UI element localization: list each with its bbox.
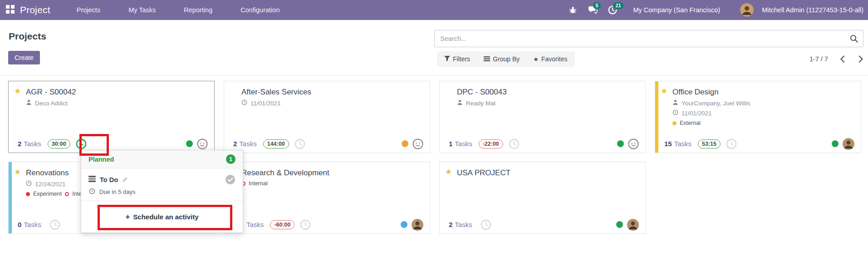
edit-pencil-icon[interactable] (122, 177, 128, 183)
search-icon[interactable] (845, 30, 863, 47)
activity-popup: Planned 1 To Do Due in 5 days + Schedule… (81, 150, 243, 233)
messages-icon[interactable]: 5 (587, 4, 598, 16)
project-title: DPC - S00043 (457, 87, 639, 97)
tasks-count: 1 (449, 140, 452, 148)
member-smiley-avatar[interactable] (628, 138, 639, 149)
menu-projects[interactable]: Projects (77, 6, 100, 14)
pager: 1-7 / 7 (809, 51, 863, 67)
partner-icon (672, 99, 678, 107)
project-card-office-design[interactable]: ★ Office Design YourCompany, Joel Willis… (655, 81, 861, 153)
project-date: 11/01/2021 (250, 99, 281, 107)
user-menu[interactable]: Mitchell Admin (11227453-15-0-all) (762, 6, 863, 14)
control-panel: Projects Create Filters Group By ★ Favor… (0, 20, 868, 76)
activity-clock-icon[interactable] (76, 138, 87, 149)
group-by-bars-icon (484, 55, 490, 63)
activity-clock-icon[interactable] (509, 138, 520, 149)
hours-badge: -22:00 (479, 139, 503, 148)
tasks-label[interactable]: Tasks (24, 140, 41, 148)
project-card-research-development[interactable]: Research & Development Internal Tasks -6… (224, 162, 430, 234)
member-smiley-avatar[interactable] (197, 138, 208, 149)
partner-icon (26, 99, 32, 107)
schedule-activity-button[interactable]: + Schedule an activity (125, 213, 198, 221)
tasks-label[interactable]: Tasks (455, 221, 472, 228)
favorites-button[interactable]: ★ Favorites (533, 55, 567, 63)
project-title: USA PROJECT (457, 168, 639, 178)
create-button[interactable]: Create (8, 51, 40, 64)
activity-clock-icon[interactable] (300, 219, 311, 230)
activities-clock-icon[interactable]: 21 (607, 4, 618, 16)
tasks-label[interactable]: Tasks (455, 140, 472, 148)
tag-ring-red (65, 192, 69, 196)
tag-label: Experiment (33, 191, 62, 197)
topbar-right: 5 21 My Company (San Francisco) Mitchell… (567, 0, 863, 20)
member-smiley-avatar[interactable] (412, 138, 423, 149)
project-card-after-sales[interactable]: After-Sales Services 11/01/2021 2 Tasks … (224, 81, 430, 153)
user-avatar[interactable] (740, 3, 754, 17)
search-box (434, 30, 863, 47)
favorite-star-icon[interactable]: ★ (14, 167, 21, 177)
status-dot-green[interactable] (832, 140, 839, 147)
tag-label: External (680, 120, 701, 126)
member-photo-avatar[interactable] (843, 138, 854, 150)
project-title: AGR - S00042 (26, 87, 208, 97)
status-dot-green[interactable] (186, 140, 193, 147)
menu-configuration[interactable]: Configuration (240, 6, 280, 14)
apps-grid-icon (6, 5, 15, 15)
status-dot-orange[interactable] (402, 140, 408, 147)
tasks-label[interactable]: Tasks (246, 221, 264, 228)
activity-clock-icon[interactable] (294, 138, 305, 149)
status-dot-green[interactable] (617, 140, 624, 147)
debug-bug-icon[interactable] (567, 4, 579, 16)
favorite-star-icon[interactable]: ★ (445, 167, 452, 177)
messages-count-badge: 5 (593, 2, 600, 9)
plus-icon: + (125, 213, 130, 220)
menu-my-tasks[interactable]: My Tasks (128, 6, 156, 14)
favorite-star-icon[interactable]: ★ (661, 86, 667, 96)
member-photo-avatar[interactable] (627, 219, 639, 231)
tasks-count: 15 (664, 140, 672, 148)
tasks-label[interactable]: Tasks (674, 140, 691, 148)
member-photo-avatar[interactable] (412, 219, 423, 231)
due-text: Due in 5 days (99, 188, 136, 195)
due-clock-icon (89, 188, 95, 196)
tasks-count: 2 (18, 140, 21, 148)
partner-icon (457, 99, 463, 107)
project-date: 12/24/2021 (35, 180, 66, 188)
activity-clock-icon[interactable] (726, 138, 737, 149)
filter-funnel-icon (444, 55, 450, 63)
date-clock-icon (241, 99, 247, 107)
partner-name: Ready Mat (466, 99, 495, 107)
project-card-usa-project[interactable]: ★ USA PROJECT 2 Tasks (439, 162, 646, 234)
project-card-agr-s00042[interactable]: ★ AGR - S00042 Deco Addict 2 Tasks 30:00 (8, 81, 215, 153)
hours-badge: 53:15 (698, 139, 721, 148)
pager-previous-icon[interactable] (840, 55, 845, 63)
date-clock-icon (26, 180, 32, 188)
favorite-star-icon[interactable]: ★ (14, 86, 21, 96)
status-dot-blue[interactable] (401, 221, 407, 228)
tasks-label[interactable]: Tasks (239, 140, 256, 148)
tag-label: Internal (249, 180, 268, 187)
tasks-label[interactable]: Tasks (24, 221, 41, 228)
search-input[interactable] (435, 35, 845, 42)
activity-clock-icon[interactable] (49, 219, 60, 230)
group-by-button[interactable]: Group By (484, 55, 520, 63)
activities-count-badge: 21 (613, 2, 623, 9)
company-switcher[interactable]: My Company (San Francisco) (633, 6, 720, 14)
apps-menu-button[interactable] (0, 0, 20, 20)
top-navbar: Project Projects My Tasks Reporting Conf… (0, 0, 868, 20)
project-card-dpc-s00043[interactable]: DPC - S00043 Ready Mat 1 Tasks -22:00 (439, 81, 646, 153)
status-dot-green[interactable] (616, 221, 623, 228)
project-title: Office Design (672, 87, 854, 97)
tasks-count: 0 (18, 221, 21, 228)
main-menu: Projects My Tasks Reporting Configuratio… (77, 6, 280, 14)
pager-next-icon[interactable] (858, 55, 863, 63)
activity-state-label: Planned (88, 156, 114, 163)
app-title[interactable]: Project (20, 5, 50, 15)
hours-badge: 144:00 (263, 139, 289, 148)
activity-clock-icon[interactable] (481, 219, 491, 230)
menu-reporting[interactable]: Reporting (184, 6, 212, 14)
mark-done-check-icon[interactable] (225, 174, 235, 185)
tasks-count: 2 (449, 221, 452, 228)
partner-name: Deco Addict (35, 99, 68, 107)
filters-button[interactable]: Filters (444, 55, 470, 63)
